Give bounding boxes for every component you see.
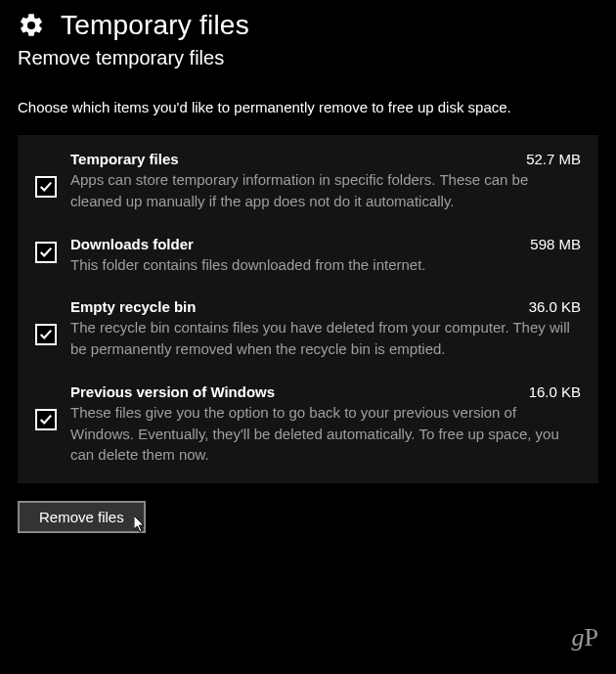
check-icon [39,180,53,194]
checkbox-empty-recycle-bin[interactable] [35,324,57,345]
item-title: Empty recycle bin [70,298,196,315]
checkbox-downloads-folder[interactable] [35,242,57,263]
checkbox-temporary-files[interactable] [35,176,57,198]
checkbox-previous-windows[interactable] [35,409,57,430]
list-item: Previous version of Windows 16.0 KB Thes… [35,383,581,466]
watermark-p: P [585,623,598,652]
item-size: 52.7 MB [526,151,581,167]
remove-files-label: Remove files [39,509,124,525]
item-title: Downloads folder [70,236,194,252]
check-icon [39,413,53,427]
item-desc: The recycle bin contains files you have … [70,317,581,360]
items-panel: Temporary files 52.7 MB Apps can store t… [18,135,598,483]
item-title: Previous version of Windows [70,383,275,400]
item-size: 598 MB [530,236,581,252]
cursor-icon [134,516,146,533]
page-subtitle: Remove temporary files [18,47,598,69]
gear-icon [18,12,45,39]
check-icon [39,246,53,259]
item-size: 16.0 KB [529,383,581,400]
watermark: gP [572,623,598,652]
item-desc: These files give you the option to go ba… [70,402,581,466]
check-icon [39,328,53,341]
item-desc: This folder contains files downloaded fr… [70,254,581,276]
item-size: 36.0 KB [529,298,581,315]
instruction-text: Choose which items you'd like to permane… [18,97,598,117]
item-desc: Apps can store temporary information in … [70,169,581,212]
list-item: Empty recycle bin 36.0 KB The recycle bi… [35,298,581,360]
watermark-g: g [572,623,585,652]
remove-files-button[interactable]: Remove files [18,501,146,533]
page-title: Temporary files [61,10,249,41]
list-item: Downloads folder 598 MB This folder cont… [35,236,581,276]
item-title: Temporary files [70,151,179,167]
list-item: Temporary files 52.7 MB Apps can store t… [35,151,581,212]
